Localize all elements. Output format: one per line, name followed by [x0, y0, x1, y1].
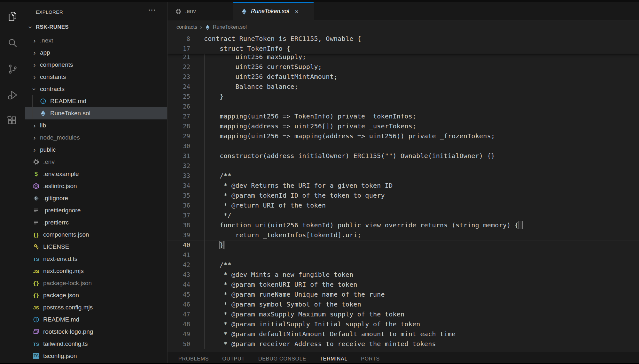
- source-control-icon[interactable]: [7, 63, 19, 75]
- code-editor[interactable]: 21 uint256 maxSupply;22 uint256 currentS…: [168, 34, 639, 352]
- line-number[interactable]: 36: [168, 201, 190, 210]
- code-line-49[interactable]: 49 * @param defaultMintAmount Default am…: [168, 329, 639, 339]
- tree-item-postcss-config-mjs[interactable]: JSpostcss.config.mjs: [25, 301, 167, 314]
- tree-item-contracts[interactable]: ›contracts: [25, 83, 167, 95]
- tree-item-lib[interactable]: ›lib: [25, 119, 167, 132]
- code-line-28[interactable]: 28 mapping(address => uint256[]) private…: [168, 121, 639, 131]
- line-number[interactable]: 42: [168, 260, 190, 270]
- breadcrumb-item[interactable]: contracts: [176, 24, 197, 30]
- line-number[interactable]: 25: [168, 92, 190, 102]
- line-number[interactable]: 47: [168, 309, 190, 319]
- tree-item-readme-md[interactable]: README.md: [25, 314, 167, 326]
- code-line-36[interactable]: 36 * @return URI of the token: [168, 201, 639, 210]
- line-number[interactable]: 38: [168, 220, 190, 230]
- explorer-icon[interactable]: [7, 11, 19, 22]
- code-line-37[interactable]: 37 */: [168, 210, 639, 220]
- line-number[interactable]: 30: [168, 141, 190, 151]
- line-number[interactable]: 24: [168, 82, 190, 92]
- tree-item-runetoken-sol[interactable]: RuneToken.sol: [25, 107, 167, 119]
- code-line-25[interactable]: 25 }: [168, 92, 639, 102]
- code-line-48[interactable]: 48 * @param initialSupply Initial supply…: [168, 319, 639, 329]
- line-number[interactable]: 45: [168, 290, 190, 300]
- line-number[interactable]: 40: [168, 240, 190, 250]
- close-icon[interactable]: ×: [295, 8, 299, 15]
- tree-item-package-lock-json[interactable]: {}package-lock.json: [25, 277, 167, 289]
- tree-item--prettierrc[interactable]: .prettierrc: [25, 216, 167, 229]
- tree-item-next-env-d-ts[interactable]: TSnext-env.d.ts: [25, 253, 167, 265]
- code-line-29[interactable]: 29 mapping(uint256 => mapping(address =>…: [168, 131, 639, 141]
- tree-item-package-json[interactable]: {}package.json: [25, 289, 167, 301]
- code-line-22[interactable]: 22 uint256 currentSupply;: [168, 62, 639, 72]
- tree-item--prettierignore[interactable]: .prettierignore: [25, 204, 167, 216]
- search-icon[interactable]: [7, 37, 19, 49]
- code-line-45[interactable]: 45 * @param runeName Unique name of the …: [168, 290, 639, 300]
- tree-item--eslintrc-json[interactable]: .eslintrc.json: [25, 180, 167, 192]
- code-line-30[interactable]: 30: [168, 141, 639, 151]
- line-number[interactable]: 23: [168, 72, 190, 82]
- line-number[interactable]: 32: [168, 161, 190, 171]
- run-debug-icon[interactable]: [7, 89, 19, 101]
- code-line-44[interactable]: 44 * @param tokenURI URI of the token: [168, 280, 639, 290]
- tree-item--env[interactable]: .env: [25, 156, 167, 168]
- line-number[interactable]: 33: [168, 171, 190, 181]
- explorer-more-actions-icon[interactable]: ⋯: [148, 6, 156, 14]
- tree-item-constants[interactable]: ›constants: [25, 71, 167, 83]
- tree-item-next-config-mjs[interactable]: JSnext.config.mjs: [25, 265, 167, 277]
- code-line-46[interactable]: 46 * @param symbol Symbol of the token: [168, 300, 639, 309]
- code-line-27[interactable]: 27 mapping(uint256 => TokenInfo) private…: [168, 111, 639, 121]
- workspace-root-item[interactable]: › RSK-RUNES: [25, 21, 167, 33]
- code-line-40[interactable]: 40 }: [168, 240, 639, 250]
- line-number[interactable]: 46: [168, 300, 190, 309]
- code-line-42[interactable]: 42 /**: [168, 260, 639, 270]
- tree-item-license[interactable]: LICENSE: [25, 241, 167, 253]
- code-line-26[interactable]: 26: [168, 102, 639, 111]
- tree-item--gitignore[interactable]: .gitignore: [25, 192, 167, 204]
- tree-item-readme-md[interactable]: README.md: [25, 95, 167, 107]
- tree-item-node-modules[interactable]: ›node_modules: [25, 132, 167, 144]
- line-number[interactable]: 43: [168, 270, 190, 280]
- tree-item-public[interactable]: ›public: [25, 144, 167, 156]
- line-number[interactable]: 31: [168, 151, 190, 161]
- tree-item-tailwind-config-ts[interactable]: TStailwind.config.ts: [25, 338, 167, 350]
- breadcrumb-item[interactable]: RuneToken.sol: [205, 24, 247, 30]
- line-number[interactable]: 28: [168, 121, 190, 131]
- tree-item-components-json[interactable]: {}components.json: [25, 229, 167, 241]
- sticky-line-17[interactable]: 17 struct TokenInfo {: [168, 44, 639, 54]
- code-line-34[interactable]: 34 * @dev Returns the URI for a given to…: [168, 181, 639, 191]
- tree-item-rootstock-logo-png[interactable]: rootstock-logo.png: [25, 326, 167, 338]
- line-number[interactable]: 29: [168, 131, 190, 141]
- code-line-41[interactable]: 41: [168, 250, 639, 260]
- line-number[interactable]: 22: [168, 62, 190, 72]
- line-number[interactable]: 27: [168, 111, 190, 121]
- line-number[interactable]: 26: [168, 102, 190, 111]
- line-number[interactable]: 50: [168, 339, 190, 349]
- code-line-35[interactable]: 35 * @param tokenId ID of the token to q…: [168, 191, 639, 201]
- code-line-38[interactable]: 38 function uri(uint256 tokenId) public …: [168, 220, 639, 230]
- line-number[interactable]: 44: [168, 280, 190, 290]
- line-number[interactable]: 35: [168, 191, 190, 201]
- code-line-23[interactable]: 23 uint256 defaultMintAmount;: [168, 72, 639, 82]
- editor-tab-runetoken-sol[interactable]: RuneToken.sol×: [233, 2, 314, 20]
- tree-item-components[interactable]: ›components: [25, 59, 167, 71]
- code-line-47[interactable]: 47 * @param maxSupply Maximum supply of …: [168, 309, 639, 319]
- line-number[interactable]: 49: [168, 329, 190, 339]
- code-line-33[interactable]: 33 /**: [168, 171, 639, 181]
- line-number[interactable]: 34: [168, 181, 190, 191]
- sticky-line-8[interactable]: 8contract RuneToken is ERC1155, Ownable …: [168, 34, 639, 44]
- line-number[interactable]: 39: [168, 230, 190, 240]
- code-line-43[interactable]: 43 * @dev Mints a new fungible token: [168, 270, 639, 280]
- line-number[interactable]: 48: [168, 319, 190, 329]
- line-number[interactable]: 37: [168, 210, 190, 220]
- tree-item--env-example[interactable]: $.env.example: [25, 168, 167, 180]
- tree-item-tsconfig-json[interactable]: TStsconfig.json: [25, 350, 167, 362]
- tree-item-app[interactable]: ›app: [25, 47, 167, 59]
- tree-item--next[interactable]: ›.next: [25, 34, 167, 47]
- editor-tab--env[interactable]: .env: [168, 2, 233, 20]
- code-line-24[interactable]: 24 Balance balance;: [168, 82, 639, 92]
- extensions-icon[interactable]: [7, 115, 19, 127]
- code-line-39[interactable]: 39 return _tokenInfos[tokenId].uri;: [168, 230, 639, 240]
- code-line-31[interactable]: 31 constructor(address initialOwner) ERC…: [168, 151, 639, 161]
- code-line-32[interactable]: 32: [168, 161, 639, 171]
- code-line-50[interactable]: 50 * @param receiver Address to receive …: [168, 339, 639, 349]
- line-number[interactable]: 41: [168, 250, 190, 260]
